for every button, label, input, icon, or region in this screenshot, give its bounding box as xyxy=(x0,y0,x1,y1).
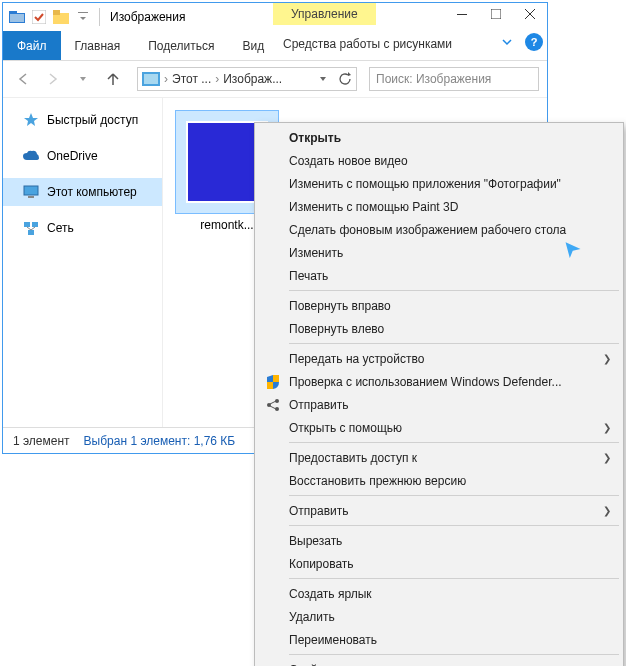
cloud-icon xyxy=(23,148,39,164)
sidebar-item-label: Этот компьютер xyxy=(47,185,137,199)
minimize-button[interactable] xyxy=(445,3,479,25)
separator xyxy=(289,578,619,579)
cm-print[interactable]: Печать xyxy=(257,264,621,287)
breadcrumb-segment[interactable]: Изображ... xyxy=(223,72,282,86)
nav-pane: Быстрый доступ OneDrive Этот компьютер С… xyxy=(3,98,163,427)
titlebar: Изображения Управление xyxy=(3,3,547,31)
sidebar-item-label: OneDrive xyxy=(47,149,98,163)
cm-properties[interactable]: Свойства xyxy=(257,658,621,666)
cm-defender-scan[interactable]: Проверка с использованием Windows Defend… xyxy=(257,370,621,393)
sidebar-item-onedrive[interactable]: OneDrive xyxy=(3,142,162,170)
tab-share[interactable]: Поделиться xyxy=(134,31,228,60)
breadcrumb-segment[interactable]: Этот ... xyxy=(172,72,211,86)
chevron-down-icon[interactable] xyxy=(501,36,513,48)
context-menu: Открыть Создать новое видео Изменить с п… xyxy=(254,122,624,666)
cm-give-access[interactable]: Предоставить доступ к❯ xyxy=(257,446,621,469)
nav-toolbar: › Этот ... › Изображ... Поиск: Изображен… xyxy=(3,61,547,97)
svg-rect-13 xyxy=(24,222,30,227)
svg-rect-17 xyxy=(267,382,273,389)
cm-rotate-right[interactable]: Повернуть вправо xyxy=(257,294,621,317)
svg-rect-6 xyxy=(78,12,88,13)
separator xyxy=(289,343,619,344)
cm-send-to[interactable]: Отправить❯ xyxy=(257,499,621,522)
address-dropdown-icon[interactable] xyxy=(318,74,328,84)
up-button[interactable] xyxy=(101,67,125,91)
cm-open-with[interactable]: Открыть с помощью❯ xyxy=(257,416,621,439)
svg-rect-5 xyxy=(53,10,60,15)
tab-view[interactable]: Вид xyxy=(228,31,278,60)
sidebar-item-label: Быстрый доступ xyxy=(47,113,138,127)
svg-rect-15 xyxy=(28,230,34,235)
quick-access-toolbar xyxy=(3,7,93,27)
svg-rect-16 xyxy=(273,375,279,382)
submenu-arrow-icon: ❯ xyxy=(603,422,611,433)
cm-edit-photos[interactable]: Изменить с помощью приложения "Фотографи… xyxy=(257,172,621,195)
cm-cast-device[interactable]: Передать на устройство❯ xyxy=(257,347,621,370)
cm-rotate-left[interactable]: Повернуть влево xyxy=(257,317,621,340)
separator xyxy=(289,290,619,291)
tab-picture-tools[interactable]: Средства работы с рисунками xyxy=(273,31,462,57)
svg-rect-3 xyxy=(32,10,46,24)
cm-share[interactable]: Отправить xyxy=(257,393,621,416)
window-controls xyxy=(445,3,547,25)
status-item-count: 1 элемент xyxy=(13,434,70,448)
svg-rect-11 xyxy=(24,186,38,195)
shield-icon xyxy=(264,373,282,391)
cm-create-video[interactable]: Создать новое видео xyxy=(257,149,621,172)
close-button[interactable] xyxy=(513,3,547,25)
chevron-right-icon[interactable]: › xyxy=(215,72,219,86)
tab-home[interactable]: Главная xyxy=(61,31,135,60)
sidebar-item-this-pc[interactable]: Этот компьютер xyxy=(3,178,162,206)
cm-edit-paint3d[interactable]: Изменить с помощью Paint 3D xyxy=(257,195,621,218)
back-button[interactable] xyxy=(11,67,35,91)
pc-icon xyxy=(23,184,39,200)
forward-button[interactable] xyxy=(41,67,65,91)
explorer-app-icon[interactable] xyxy=(7,7,27,27)
recent-dropdown-icon[interactable] xyxy=(71,67,95,91)
network-icon xyxy=(23,220,39,236)
svg-rect-2 xyxy=(10,14,24,22)
sidebar-item-label: Сеть xyxy=(47,221,74,235)
sidebar-item-network[interactable]: Сеть xyxy=(3,214,162,242)
address-bar[interactable]: › Этот ... › Изображ... xyxy=(137,67,357,91)
submenu-arrow-icon: ❯ xyxy=(603,452,611,463)
separator xyxy=(99,8,100,26)
separator xyxy=(289,442,619,443)
folder-icon[interactable] xyxy=(51,7,71,27)
status-selection: Выбран 1 элемент: 1,76 КБ xyxy=(84,434,236,448)
qat-checkbox-icon[interactable] xyxy=(29,7,49,27)
tab-file[interactable]: Файл xyxy=(3,31,61,60)
ribbon-tabs: Файл Главная Поделиться Вид Средства раб… xyxy=(3,31,547,61)
help-icon[interactable]: ? xyxy=(525,33,543,51)
share-icon xyxy=(264,396,282,414)
chevron-right-icon[interactable]: › xyxy=(164,72,168,86)
svg-rect-7 xyxy=(457,14,467,15)
cm-open[interactable]: Открыть xyxy=(257,126,621,149)
svg-rect-14 xyxy=(32,222,38,227)
cm-cut[interactable]: Вырезать xyxy=(257,529,621,552)
submenu-arrow-icon: ❯ xyxy=(603,505,611,516)
location-pictures-icon xyxy=(142,72,160,86)
window-title: Изображения xyxy=(110,10,185,24)
separator xyxy=(289,654,619,655)
cm-delete[interactable]: Удалить xyxy=(257,605,621,628)
submenu-arrow-icon: ❯ xyxy=(603,353,611,364)
qat-dropdown-icon[interactable] xyxy=(73,7,93,27)
cm-restore-version[interactable]: Восстановить прежнюю версию xyxy=(257,469,621,492)
maximize-button[interactable] xyxy=(479,3,513,25)
svg-rect-12 xyxy=(28,196,34,198)
separator xyxy=(289,525,619,526)
refresh-icon[interactable] xyxy=(338,72,352,86)
svg-rect-10 xyxy=(144,74,158,84)
cm-rename[interactable]: Переименовать xyxy=(257,628,621,651)
svg-rect-8 xyxy=(491,9,501,19)
contextual-tab-header[interactable]: Управление xyxy=(273,3,376,25)
star-icon xyxy=(23,112,39,128)
cm-copy[interactable]: Копировать xyxy=(257,552,621,575)
sidebar-item-quick-access[interactable]: Быстрый доступ xyxy=(3,106,162,134)
search-input[interactable]: Поиск: Изображения xyxy=(369,67,539,91)
cm-set-wallpaper[interactable]: Сделать фоновым изображением рабочего ст… xyxy=(257,218,621,241)
cm-create-shortcut[interactable]: Создать ярлык xyxy=(257,582,621,605)
separator xyxy=(289,495,619,496)
